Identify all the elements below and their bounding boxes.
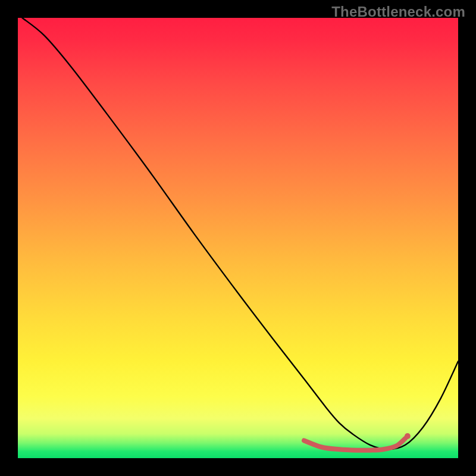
chart-container: TheBottleneck.com [0,0,476,476]
chart-svg [0,0,476,476]
end-dot [405,433,411,439]
watermark-text: TheBottleneck.com [331,4,465,20]
